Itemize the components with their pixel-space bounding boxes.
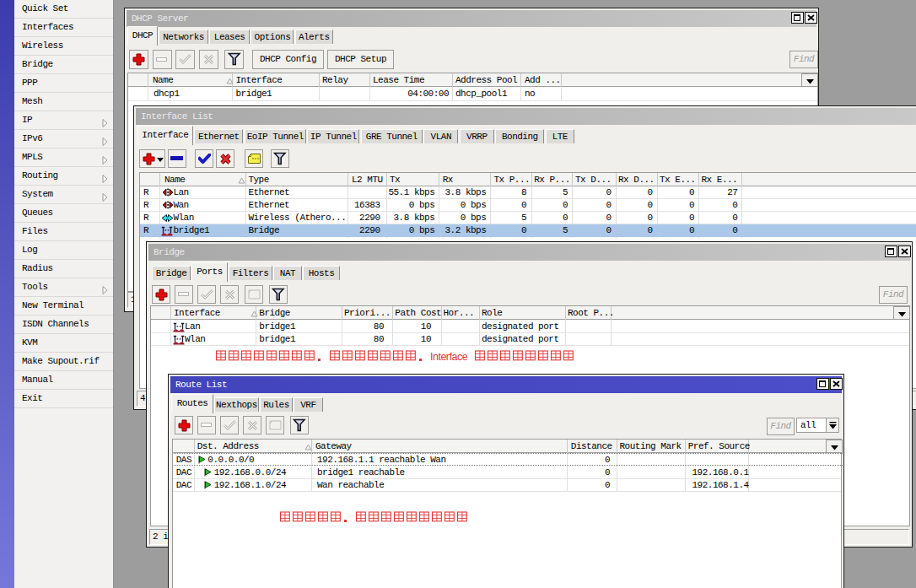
svg-text:Interface: Interface (430, 351, 468, 363)
